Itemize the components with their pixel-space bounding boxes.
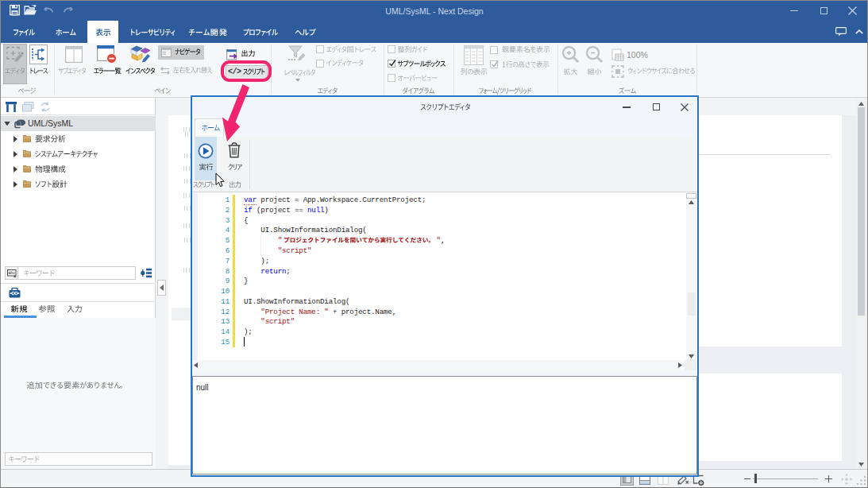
svg-text:abc: abc — [8, 270, 15, 275]
